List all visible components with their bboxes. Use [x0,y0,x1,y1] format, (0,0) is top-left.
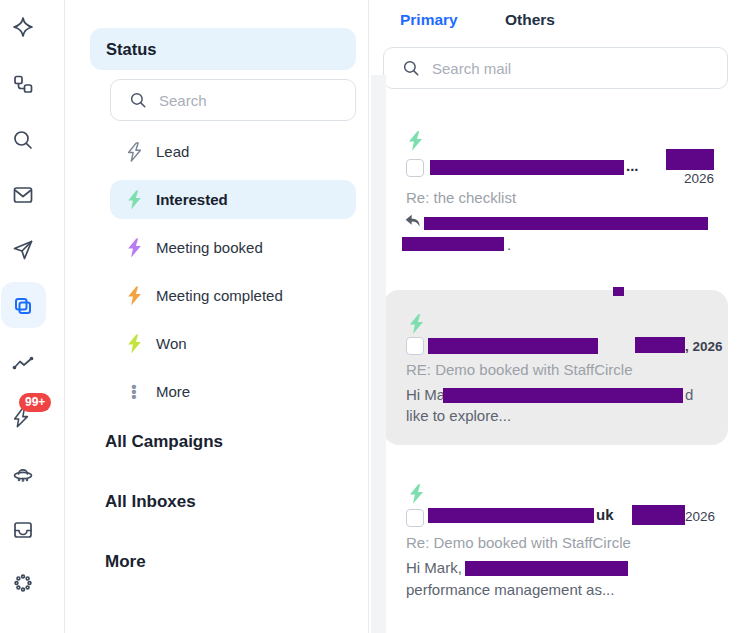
mail-date: 2026 [685,509,715,524]
preview-tail: . [507,236,511,253]
preview-redaction [465,561,628,576]
mail-date: , 2026 [685,339,723,354]
status-label: Lead [156,143,189,160]
mail-icon[interactable] [10,182,36,208]
mail-search [383,47,728,89]
meeting-booked-bolt-icon [126,238,142,258]
status-label: Won [156,335,187,352]
search-icon [402,59,420,77]
mail-date: 2026 [662,171,714,186]
status-item-interested[interactable]: Interested [110,180,356,219]
date-redaction [632,505,685,525]
status-header[interactable]: Status [90,28,356,70]
date-redaction [666,149,714,170]
send-icon[interactable] [10,237,36,263]
scrollbar[interactable] [371,75,386,633]
icon-rail: 99+ [0,0,65,633]
status-item-won[interactable]: Won [110,324,356,363]
section-all-campaigns[interactable]: All Campaigns [105,432,223,452]
preview-redaction [443,388,683,403]
ufo-icon[interactable] [10,461,36,487]
tab-primary[interactable]: Primary [400,11,458,29]
meeting-completed-bolt-icon [126,286,142,306]
won-bolt-icon [126,334,142,354]
email-checkbox[interactable] [406,159,424,177]
status-label: Meeting booked [156,239,263,256]
status-header-label: Status [106,28,156,70]
interested-bolt-icon [409,483,424,509]
search-icon[interactable] [10,127,36,153]
preview-line2: performance management as... [406,581,614,598]
mail-subject: RE: Demo booked with StaffCircle [406,361,633,378]
status-item-meeting-completed[interactable]: Meeting completed [110,276,356,315]
lead-bolt-icon [126,142,142,162]
mail-search-input[interactable] [432,60,672,77]
workflow-icon[interactable] [10,71,36,97]
sender-redaction [428,508,594,523]
status-label: Meeting completed [156,287,283,304]
status-item-meeting-booked[interactable]: Meeting booked [110,228,356,267]
mail-subject: Re: the checklist [406,189,516,206]
email-checkbox[interactable] [406,509,424,527]
date-redaction [635,337,685,353]
search-icon [129,91,147,109]
status-item-lead[interactable]: Lead [110,132,356,171]
preview-redaction [424,217,708,230]
tab-others[interactable]: Others [505,11,555,29]
status-sidebar: Status Lead Interested Meeting booked Me… [65,0,369,633]
mail-list-pane: Primary Others ... 2026 Re: the checklis… [369,0,755,633]
section-more[interactable]: More [105,552,146,572]
status-label: More [156,383,190,400]
sparkle-icon[interactable] [10,14,36,40]
sidebar-search [110,79,356,121]
reply-arrow-icon [405,214,421,233]
email-checkbox[interactable] [406,337,424,355]
section-all-inboxes[interactable]: All Inboxes [105,492,196,512]
preview-redaction [402,237,504,251]
more-dots-icon: ••• [126,384,142,399]
sender-redaction [428,338,598,354]
settings-dots-icon[interactable] [10,570,36,596]
sender-tail: ... [626,157,639,174]
sidebar-search-input[interactable] [159,92,330,109]
sender-tail: uk [596,506,614,523]
mail-subject: Re: Demo booked with StaffCircle [406,534,631,551]
preview-mid-tail: d [685,386,693,403]
interested-bolt-icon [126,190,142,210]
status-item-more[interactable]: ••• More [110,372,356,411]
sender-redaction [430,160,624,175]
interested-bolt-icon [409,313,424,339]
notification-badge: 99+ [19,393,51,412]
interested-bolt-icon [408,130,423,156]
analytics-icon[interactable] [10,351,36,377]
unibox-copy-icon[interactable] [10,293,36,319]
inbox-icon[interactable] [10,517,36,543]
preview-prefix: Hi Mark, [406,559,462,576]
status-label: Interested [156,191,228,208]
tiny-redaction [613,287,624,296]
preview-line2: like to explore... [406,407,511,424]
